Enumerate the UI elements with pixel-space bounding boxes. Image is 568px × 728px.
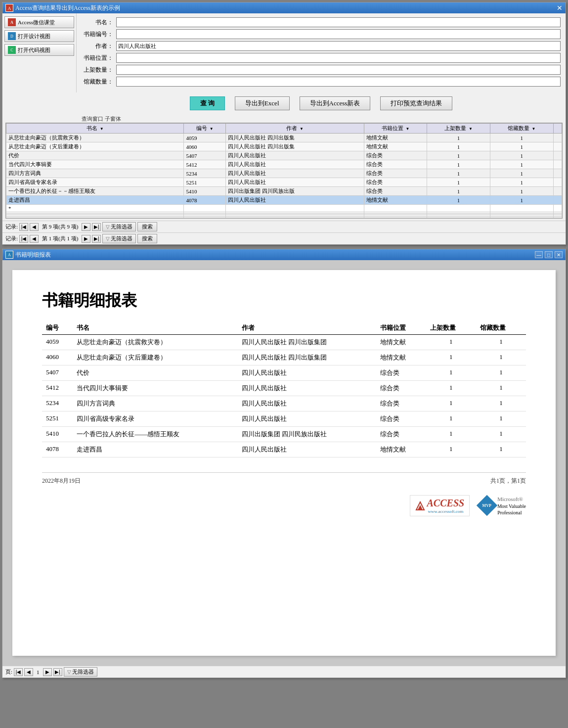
report-nav-last[interactable]: ▶|: [53, 668, 62, 676]
cell-author: 四川人民出版社: [226, 178, 364, 187]
export-excel-button[interactable]: 导出到Excel: [235, 96, 290, 110]
nav-prev-inner[interactable]: ◀: [30, 223, 39, 231]
author-input[interactable]: [116, 41, 561, 51]
bottom-window-icon: A: [5, 251, 13, 259]
author-row: 作者：: [82, 41, 561, 51]
col-collection[interactable]: 馆藏数量 ▼: [490, 124, 553, 134]
report-cell-shelf: 1: [426, 442, 476, 457]
report-cell-name: 四川方言词典: [73, 396, 237, 411]
report-filter-button[interactable]: ▽ 无筛选器: [64, 667, 97, 677]
nav-first-inner[interactable]: |◀: [19, 223, 28, 231]
cell-author: 四川出版集团 四川民族出版: [226, 187, 364, 196]
report-nav-prev[interactable]: ◀: [24, 668, 33, 676]
col-number[interactable]: 编号 ▼: [184, 124, 226, 134]
restore-button[interactable]: □: [545, 251, 553, 258]
report-cell-location: 地情文献: [376, 335, 426, 350]
nav-first-outer[interactable]: |◀: [19, 235, 28, 243]
col-book-name[interactable]: 书名 ▼: [6, 124, 184, 134]
author-label: 作者：: [82, 42, 116, 50]
report-cell-name: 一个香巴拉人的长征——感悟王顺友: [73, 427, 237, 442]
code-icon: C: [8, 46, 16, 54]
report-col-shelf: 上架数量: [426, 321, 476, 335]
nav-next-outer[interactable]: ▶: [82, 235, 90, 243]
report-row: 5251 四川省高级专家名录 四川人民出版社 综合类 1 1: [42, 411, 526, 427]
search-button-inner[interactable]: 搜索: [137, 222, 157, 231]
cell-author: 四川人民出版社: [226, 160, 364, 169]
report-cell-name: 从悲壮走向豪迈（抗震救灾卷）: [73, 335, 237, 350]
col-location[interactable]: 书籍位置 ▼: [364, 124, 427, 134]
report-cell-author: 四川人民出版社: [238, 381, 376, 396]
report-cell-number: 5410: [42, 427, 73, 442]
shelf-input[interactable]: [116, 65, 561, 75]
collection-label: 馆藏数量：: [82, 78, 116, 86]
close-button[interactable]: ✕: [555, 251, 563, 258]
open-design-button[interactable]: D 打开设计视图: [4, 30, 74, 42]
report-page-info: 共1页，第1页: [490, 477, 526, 485]
cell-collection: 1: [490, 187, 553, 196]
report-footer: 2022年8月19日 共1页，第1页: [42, 472, 526, 485]
table-row[interactable]: 一个香巴拉人的长征－－感悟王顺友 5410 四川出版集团 四川民族出版 综合类 …: [6, 187, 562, 196]
col-extra: [553, 124, 562, 134]
cell-number: 5410: [184, 187, 226, 196]
filter-button-outer[interactable]: ▽ 无筛选器: [102, 234, 136, 243]
cell-shelf: 1: [427, 169, 490, 178]
nav-prev-outer[interactable]: ◀: [30, 235, 39, 243]
report-nav-next[interactable]: ▶: [43, 668, 52, 676]
report-cell-author: 四川人民出版社: [238, 365, 376, 381]
access-logo-icon: [415, 501, 425, 511]
table-row[interactable]: 四川省高级专家名录 5251 四川人民出版社 综合类 1 1: [6, 178, 562, 187]
cell-name: 一个香巴拉人的长征－－感悟王顺友: [6, 187, 184, 196]
table-row[interactable]: 走进西昌 4078 四川人民出版社 地情文献 1 1: [6, 196, 562, 205]
access-classroom-button[interactable]: A Access微信课堂: [4, 16, 74, 28]
bottom-titlebar: A 书籍明细报表 — □ ✕: [2, 249, 566, 260]
table-row[interactable]: 当代四川大事辑要 5412 四川人民出版社 综合类 1 1: [6, 160, 562, 169]
cell-extra: [553, 178, 562, 187]
sort-arrow-shelf: ▼: [469, 127, 473, 131]
top-titlebar: A Access查询结果导出到Access新表的示例 ✕: [2, 2, 566, 13]
report-cell-collection: 1: [476, 381, 526, 396]
book-name-row: 书名：: [82, 17, 561, 27]
table-row[interactable]: 从悲壮走向豪迈（灾后重建卷） 4060 四川人民出版社 四川出版集 地情文献 1…: [6, 142, 562, 151]
cell-name: 代价: [6, 151, 184, 160]
cell-number: 5234: [184, 169, 226, 178]
report-cell-shelf: 1: [426, 381, 476, 396]
location-input[interactable]: [116, 53, 561, 63]
sort-arrow-collection: ▼: [532, 127, 536, 131]
table-row[interactable]: 代价 5407 四川人民出版社 综合类 1 1: [6, 151, 562, 160]
col-author[interactable]: 作者 ▼: [226, 124, 364, 134]
collection-input[interactable]: [116, 77, 561, 87]
open-code-button[interactable]: C 打开代码视图: [4, 44, 74, 56]
nav-last-outer[interactable]: ▶|: [92, 235, 101, 243]
search-button-outer[interactable]: 搜索: [137, 234, 157, 243]
query-button[interactable]: 查 询: [190, 96, 225, 110]
report-table: 编号 书名 作者 书籍位置 上架数量 馆藏数量 4059 从悲壮走向豪迈（抗震救…: [42, 321, 526, 457]
design-icon: D: [8, 32, 16, 40]
minimize-button[interactable]: —: [535, 251, 543, 258]
report-cell-shelf: 1: [426, 335, 476, 350]
report-cell-location: 综合类: [376, 365, 426, 381]
print-preview-button[interactable]: 打印预览查询结果: [380, 96, 452, 110]
filter-button-inner[interactable]: ▽ 无筛选器: [102, 222, 136, 231]
nav-last-inner[interactable]: ▶|: [92, 223, 101, 231]
nav-next-inner[interactable]: ▶: [82, 223, 90, 231]
report-cell-collection: 1: [476, 335, 526, 350]
cell-name: 四川省高级专家名录: [6, 178, 184, 187]
table-row[interactable]: 从悲壮走向豪迈（抗震救灾卷） 4059 四川人民出版社 四川出版集 地情文献 1…: [6, 134, 562, 142]
table-new-row[interactable]: *: [6, 205, 562, 212]
export-access-button[interactable]: 导出到Access新表: [300, 96, 371, 110]
cell-shelf: 1: [427, 178, 490, 187]
cell-author: 四川人民出版社 四川出版集: [226, 134, 364, 142]
report-nav-first[interactable]: |◀: [14, 668, 23, 676]
cell-location: 综合类: [364, 169, 427, 178]
window-icon: A: [5, 4, 13, 12]
col-shelf[interactable]: 上架数量 ▼: [427, 124, 490, 134]
table-row[interactable]: 四川方言词典 5234 四川人民出版社 综合类 1 1: [6, 169, 562, 178]
report-col-author: 作者: [238, 321, 376, 335]
book-name-input[interactable]: [116, 17, 561, 27]
close-icon[interactable]: ✕: [557, 4, 563, 12]
cell-location: 地情文献: [364, 196, 427, 205]
mvp-text-content: Microsoft® Most Valuable Professional: [497, 496, 526, 515]
location-row: 书籍位置：: [82, 53, 561, 63]
action-buttons: 查 询 导出到Excel 导出到Access新表 打印预览查询结果: [77, 92, 566, 114]
book-number-input[interactable]: [116, 29, 561, 39]
